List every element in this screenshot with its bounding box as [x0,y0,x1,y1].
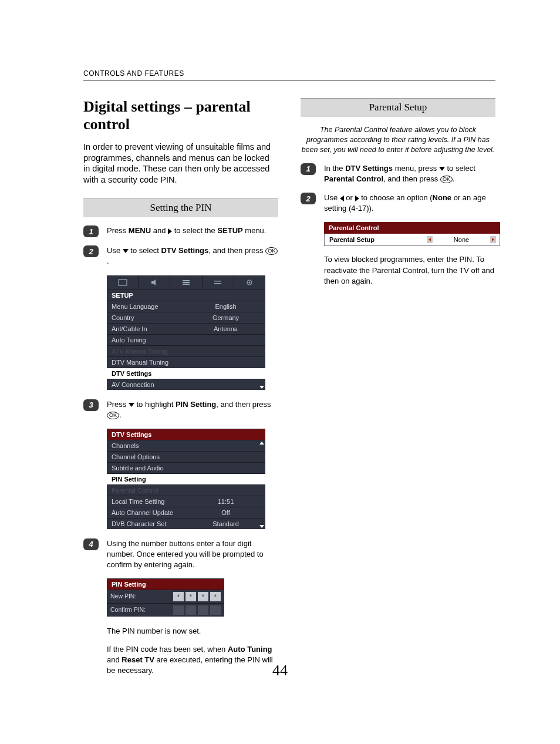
osd-row: Local Time Setting11:51 [107,496,265,507]
step-text: Press to highlight PIN Setting, and then… [107,399,278,420]
osd-tab-bar [107,275,265,289]
right-arrow-icon [490,236,496,243]
step-badge: 1 [83,225,99,237]
svg-rect-2 [183,282,190,283]
step-3: 3 Press to highlight PIN Setting, and th… [83,399,278,420]
parental-step-2: 2 Use or to choose an option (None or an… [301,193,495,214]
svg-rect-4 [214,281,221,282]
osd-row: Auto Tuning [107,334,265,345]
ok-button-icon: OK [265,247,278,255]
parental-after-note: To view blocked programmes, enter the PI… [324,254,495,287]
right-arrow-icon [355,196,359,201]
step-badge: 3 [83,399,99,411]
section-header: CONTROLS AND FEATURES [83,69,495,80]
svg-rect-5 [214,283,221,284]
step-text: Use to select DTV Settings, and then pre… [107,245,278,267]
osd-row: Menu LanguageEnglish [107,301,265,312]
confirm-pin-row: Confirm PIN: [107,603,224,617]
dtv-settings-osd: DTV Settings ChannelsChannel OptionsSubt… [107,429,265,529]
step-text: Use or to choose an option (None or an a… [324,193,495,214]
osd-row: AV Connection [107,379,265,390]
pin-digit: * [198,592,208,601]
scroll-down-icon [259,525,264,528]
osd-row: Channel Options [107,451,265,462]
step-4: 4 Using the number buttons enter a four … [83,538,278,571]
osd-row: PIN Setting [107,473,265,484]
pin-digit: * [185,592,196,601]
ok-button-icon: OK [107,412,119,419]
osd-row: ATV Manual Tuning [107,345,265,356]
right-column: Parental Setup The Parental Control feat… [301,98,495,683]
feature-tab-icon [170,275,202,289]
parental-value: None [454,236,469,243]
step-text: Press MENU and to select the SETUP menu. [107,225,278,236]
pin-digit: * [210,592,221,601]
pin-digit-empty [173,605,184,615]
osd-title: Parental Control [324,222,500,234]
step-1: 1 Press MENU and to select the SETUP men… [83,225,278,237]
left-arrow-icon [340,196,344,201]
setup-menu-osd: SETUP Menu LanguageEnglishCountryGermany… [107,275,265,390]
right-arrow-icon [168,228,172,234]
down-arrow-icon [439,167,445,171]
left-column: Digital settings – parental control In o… [83,98,278,683]
pin-digit-empty [210,605,221,615]
osd-row: Subtitle and Audio [107,462,265,473]
section-parental-setup: Parental Setup [301,98,495,117]
parental-blurb: The Parental Control feature allows you … [301,125,495,155]
scroll-down-icon [259,386,264,389]
down-arrow-icon [123,249,129,253]
svg-rect-3 [183,284,190,285]
parental-setup-row: Parental Setup None [324,234,500,246]
pin-digit-empty [185,605,196,615]
osd-row: Ant/Cable InAntenna [107,323,265,334]
step-text: In the DTV Settings menu, press to selec… [324,163,495,184]
osd-row: DVB Character SetStandard [107,518,265,529]
osd-title: PIN Setting [107,578,224,590]
osd-row: DTV Manual Tuning [107,356,265,368]
picture-tab-icon [107,275,139,289]
svg-rect-1 [183,280,190,281]
section-setting-pin: Setting the PIN [83,198,278,217]
step-badge: 2 [301,193,316,204]
intro-text: In order to prevent viewing of unsuitabl… [83,142,278,186]
osd-row: Parental Control [107,484,265,496]
step-2: 2 Use to select DTV Settings, and then p… [83,245,278,267]
ok-button-icon: OK [440,176,453,183]
osd-row: CountryGermany [107,312,265,323]
parental-control-osd: Parental Control Parental Setup None [324,222,500,246]
step-badge: 1 [301,163,316,175]
left-arrow-icon [427,236,433,243]
step-badge: 2 [83,245,99,257]
page-number: 44 [0,662,560,679]
step-text: Using the number buttons enter a four di… [107,538,278,571]
scroll-up-icon [259,442,264,445]
svg-point-7 [249,281,251,283]
osd-title: DTV Settings [107,429,265,440]
setup-tab-icon [203,275,234,289]
page-title: Digital settings – parental control [83,98,278,133]
pin-set-note: The PIN number is now set. [107,626,278,637]
step-badge: 4 [83,538,99,550]
settings-tab-icon [234,275,265,289]
pin-digit-empty [198,605,208,615]
svg-rect-0 [119,280,127,285]
pin-setting-osd: PIN Setting New PIN: * * * * Confirm PIN… [107,578,224,617]
parental-step-1: 1 In the DTV Settings menu, press to sel… [301,163,495,184]
osd-title: SETUP [107,289,265,301]
osd-row: Auto Channel UpdateOff [107,507,265,518]
osd-row: Channels [107,440,265,451]
pin-digit: * [173,592,184,601]
osd-row: DTV Settings [107,368,265,379]
sound-tab-icon [139,275,170,289]
new-pin-row: New PIN: * * * * [107,590,224,603]
down-arrow-icon [129,403,134,407]
